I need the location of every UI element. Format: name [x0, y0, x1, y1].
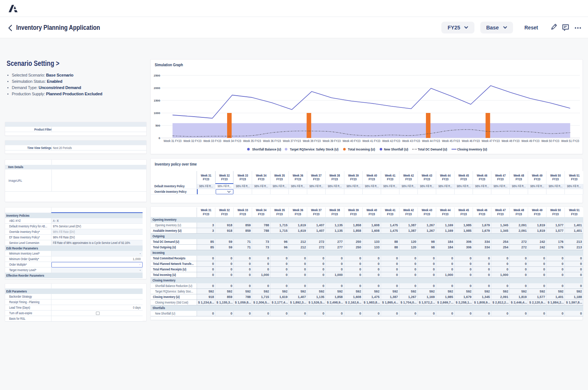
- svg-text:Week 38 FY23: Week 38 FY23: [303, 139, 321, 143]
- svg-text:Week 45 FY23: Week 45 FY23: [442, 139, 460, 143]
- svg-text:Week 36 FY23: Week 36 FY23: [263, 139, 281, 143]
- svg-text:0: 0: [159, 136, 161, 139]
- svg-text:Week 44 FY23: Week 44 FY23: [422, 139, 440, 143]
- svg-text:New Shortfall (U): New Shortfall (U): [384, 147, 408, 151]
- svg-text:Week 48 FY23: Week 48 FY23: [502, 139, 520, 143]
- svg-text:Week 33 FY23: Week 33 FY23: [203, 139, 221, 143]
- svg-text:Week 47 FY23: Week 47 FY23: [482, 139, 500, 143]
- svg-text:Shortfall Balance (U): Shortfall Balance (U): [252, 147, 281, 151]
- svg-text:Week 41 FY23: Week 41 FY23: [362, 139, 380, 143]
- svg-text:Week 50 FY23: Week 50 FY23: [541, 139, 559, 143]
- svg-text:2500: 2500: [154, 74, 160, 77]
- svg-text:Target RQService: Safety Stock: Target RQService: Safety Stock (U): [290, 147, 338, 151]
- svg-text:Week 40 FY23: Week 40 FY23: [343, 139, 361, 143]
- svg-text:500: 500: [155, 124, 161, 127]
- svg-text:Week 31 FY23: Week 31 FY23: [164, 139, 182, 143]
- svg-text:Total Incoming (U): Total Incoming (U): [348, 147, 375, 151]
- svg-text:Week 43 FY23: Week 43 FY23: [402, 139, 420, 143]
- svg-text:Week 32 FY23: Week 32 FY23: [183, 139, 201, 143]
- svg-text:Week 39 FY23: Week 39 FY23: [323, 139, 341, 143]
- svg-text:2000: 2000: [154, 86, 160, 89]
- svg-text:Week 49 FY23: Week 49 FY23: [521, 139, 539, 143]
- svg-text:1500: 1500: [154, 99, 160, 102]
- svg-text:Week 37 FY23: Week 37 FY23: [283, 139, 301, 143]
- svg-text:Week 42 FY23: Week 42 FY23: [382, 139, 400, 143]
- svg-text:Week 46 FY23: Week 46 FY23: [462, 139, 480, 143]
- svg-text:Total DC Demand (U): Total DC Demand (U): [418, 147, 447, 151]
- svg-text:Week 35 FY23: Week 35 FY23: [243, 139, 261, 143]
- svg-text:1000: 1000: [154, 111, 160, 114]
- svg-text:Closing Inventory (U): Closing Inventory (U): [457, 147, 487, 151]
- svg-text:Week 34 FY23: Week 34 FY23: [223, 139, 241, 143]
- svg-text:Week 51 FY23: Week 51 FY23: [561, 139, 579, 143]
